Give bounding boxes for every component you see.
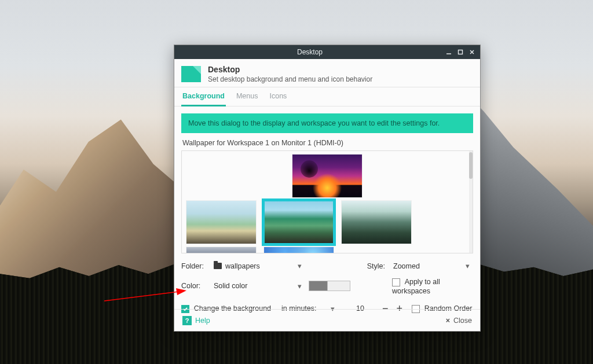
folder-icon bbox=[214, 263, 222, 269]
tab-menus[interactable]: Menus bbox=[235, 87, 259, 106]
wallpaper-thumb[interactable] bbox=[264, 247, 334, 253]
scrollbar-thumb[interactable] bbox=[469, 152, 473, 179]
wallpaper-thumb-selected[interactable] bbox=[264, 201, 334, 244]
style-label: Style: bbox=[355, 262, 389, 270]
wallpaper-thumb[interactable] bbox=[186, 247, 256, 253]
color-mode-select[interactable]: Solid color ▾ bbox=[213, 281, 305, 292]
desktop-settings-window: Desktop Desktop Set desktop background a… bbox=[174, 45, 481, 332]
tab-bar: Background Menus Icons bbox=[174, 87, 480, 106]
style-select[interactable]: Zoomed ▾ bbox=[392, 260, 473, 271]
dialog-subtitle: Set desktop background and menu and icon… bbox=[208, 75, 372, 83]
wallpaper-thumb[interactable] bbox=[342, 201, 411, 244]
chevron-down-icon: ▾ bbox=[466, 262, 470, 270]
help-label: Help bbox=[195, 317, 210, 325]
desktop-icon bbox=[181, 66, 201, 82]
wallpaper-section-label: Wallpaper for Workspace 1 on Monitor 1 (… bbox=[182, 139, 472, 147]
close-icon: × bbox=[446, 317, 450, 325]
folder-value: wallpapers bbox=[225, 262, 260, 270]
desktop-wallpaper: Desktop Desktop Set desktop background a… bbox=[0, 0, 593, 364]
chevron-down-icon: ▾ bbox=[298, 262, 302, 270]
tab-icons[interactable]: Icons bbox=[268, 87, 288, 106]
wallpaper-thumb[interactable] bbox=[186, 201, 256, 244]
dialog-title: Desktop bbox=[208, 65, 372, 74]
dialog-footer: ? Help × Close bbox=[174, 309, 480, 331]
tab-background[interactable]: Background bbox=[181, 87, 226, 106]
close-label: Close bbox=[453, 317, 472, 325]
chevron-down-icon: ▾ bbox=[298, 282, 302, 291]
color-swatch-secondary[interactable] bbox=[327, 281, 350, 291]
svg-rect-0 bbox=[459, 50, 463, 54]
close-button[interactable] bbox=[467, 47, 477, 57]
info-notice: Move this dialog to the display and work… bbox=[181, 113, 473, 133]
apply-all-workspaces-option[interactable]: Apply to all workspaces bbox=[392, 277, 473, 295]
wallpaper-thumb[interactable] bbox=[292, 155, 362, 197]
maximize-button[interactable] bbox=[456, 47, 465, 57]
wallpaper-gallery[interactable] bbox=[181, 150, 473, 253]
apply-all-checkbox[interactable] bbox=[392, 278, 400, 286]
minimize-button[interactable] bbox=[444, 47, 453, 57]
window-title: Desktop bbox=[178, 48, 442, 56]
folder-label: Folder: bbox=[181, 262, 209, 270]
gallery-scrollbar[interactable] bbox=[469, 151, 473, 253]
tab-content: Move this dialog to the display and work… bbox=[174, 106, 480, 321]
close-dialog-button[interactable]: × Close bbox=[446, 317, 472, 325]
color-mode-value: Solid color bbox=[214, 282, 247, 290]
dialog-header: Desktop Set desktop background and menu … bbox=[174, 59, 480, 87]
style-value: Zoomed bbox=[393, 262, 420, 270]
folder-select[interactable]: wallpapers ▾ bbox=[213, 260, 305, 271]
help-button[interactable]: ? Help bbox=[182, 316, 210, 325]
color-label: Color: bbox=[181, 282, 209, 290]
help-icon: ? bbox=[182, 316, 192, 325]
window-titlebar[interactable]: Desktop bbox=[174, 45, 480, 59]
